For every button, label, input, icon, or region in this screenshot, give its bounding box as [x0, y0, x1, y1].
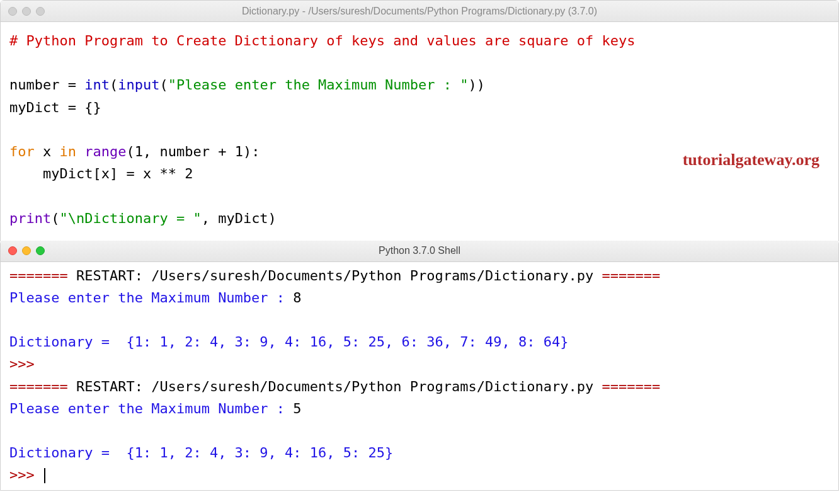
code-comment: # Python Program to Create Dictionary of… [9, 33, 635, 49]
shell-traffic-lights [8, 246, 45, 255]
shell-prompt: >>> [9, 353, 830, 375]
editor-window-title: Dictionary.py - /Users/suresh/Documents/… [8, 3, 831, 20]
shell-prompt[interactable]: >>> [9, 464, 830, 486]
code-line-mydict: myDict = {} [9, 96, 830, 118]
blank-line [9, 309, 830, 331]
shell-prompt-line: Please enter the Maximum Number : 5 [9, 398, 830, 420]
blank-line [9, 52, 830, 74]
close-icon[interactable] [8, 7, 17, 16]
editor-traffic-lights [8, 7, 45, 16]
shell-restart-line: ======= RESTART: /Users/suresh/Documents… [9, 375, 830, 398]
cursor-icon [44, 468, 45, 483]
editor-window: Dictionary.py - /Users/suresh/Documents/… [0, 0, 839, 241]
zoom-icon[interactable] [36, 7, 45, 16]
shell-output-line: Dictionary = {1: 1, 2: 4, 3: 9, 4: 16, 5… [9, 331, 830, 353]
shell-window: Python 3.7.0 Shell ======= RESTART: /Use… [0, 240, 839, 491]
shell-titlebar[interactable]: Python 3.7.0 Shell [1, 241, 838, 262]
minimize-icon[interactable] [22, 7, 31, 16]
editor-body[interactable]: tutorialgateway.org # Python Program to … [1, 22, 838, 241]
code-line-assign-number: number = int(input("Please enter the Max… [9, 74, 830, 96]
shell-window-title: Python 3.7.0 Shell [8, 243, 831, 259]
watermark-text: tutorialgateway.org [683, 147, 819, 173]
editor-titlebar[interactable]: Dictionary.py - /Users/suresh/Documents/… [1, 1, 838, 22]
shell-output-line: Dictionary = {1: 1, 2: 4, 3: 9, 4: 16, 5… [9, 442, 830, 464]
blank-line [9, 185, 830, 207]
blank-line [9, 420, 830, 442]
shell-body[interactable]: ======= RESTART: /Users/suresh/Documents… [1, 262, 838, 490]
close-icon[interactable] [8, 246, 17, 255]
shell-restart-line: ======= RESTART: /Users/suresh/Documents… [9, 265, 830, 287]
minimize-icon[interactable] [22, 246, 31, 255]
zoom-icon[interactable] [36, 246, 45, 255]
shell-prompt-line: Please enter the Maximum Number : 8 [9, 287, 830, 309]
blank-line [9, 118, 830, 140]
code-line-print: print("\nDictionary = ", myDict) [9, 207, 830, 229]
